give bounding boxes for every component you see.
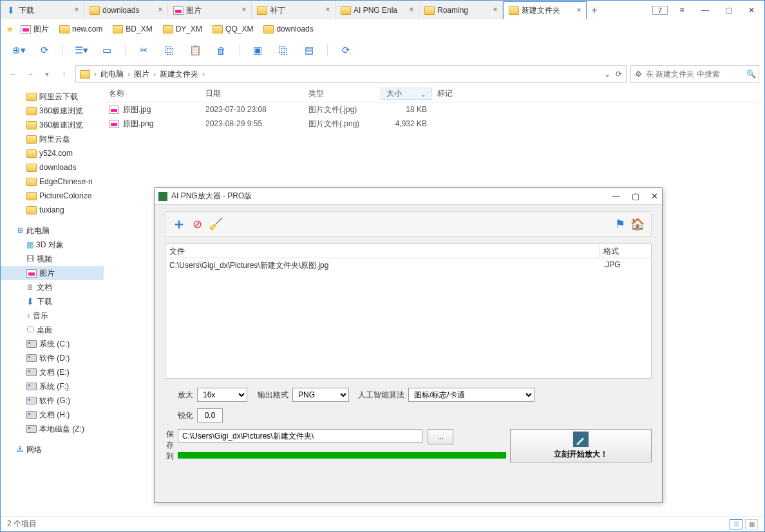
tree-item[interactable]: 🖵桌面 xyxy=(1,323,104,337)
view-icons-button[interactable]: ▦ xyxy=(745,519,758,529)
tree-item[interactable]: 360极速浏览 xyxy=(1,118,104,132)
bookmark-qqxm[interactable]: QQ_XM xyxy=(209,23,257,35)
bookmark-bdxm[interactable]: BD_XM xyxy=(109,23,156,35)
refresh-icon[interactable]: ⟳ xyxy=(616,70,622,79)
copy-button[interactable]: ⿻ xyxy=(159,41,180,59)
bookmark-downloads[interactable]: downloads xyxy=(260,23,317,35)
minimize-button[interactable]: — xyxy=(696,3,714,17)
tree-item[interactable]: EdgeChinese-n xyxy=(1,175,104,189)
panel-button[interactable]: ▭ xyxy=(97,41,117,59)
tree-item[interactable]: downloads xyxy=(1,160,104,175)
list-col-format[interactable]: 格式 xyxy=(600,244,651,258)
close-icon[interactable]: × xyxy=(72,6,81,15)
tree-item[interactable]: 文档 (E:) xyxy=(1,365,104,379)
gear-icon[interactable]: ⚙ xyxy=(635,70,642,79)
tree-item[interactable]: 系统 (C:) xyxy=(1,337,104,351)
col-date[interactable]: 日期 xyxy=(200,88,303,99)
crop-button[interactable]: ⿻ xyxy=(273,41,294,59)
tab-patch[interactable]: 补丁× xyxy=(252,1,335,19)
tab-roaming[interactable]: Roaming× xyxy=(419,1,503,19)
tree-item[interactable]: 软件 (D:) xyxy=(1,351,104,365)
tree-this-pc[interactable]: 🖥此电脑 xyxy=(1,223,104,238)
tree-item[interactable]: 本地磁盘 (Z:) xyxy=(1,422,104,436)
tree-item[interactable]: 360极速浏览 xyxy=(1,104,104,118)
tab-pictures[interactable]: 图片× xyxy=(168,1,252,19)
maximize-button[interactable]: ▢ xyxy=(719,3,737,17)
breadcrumb-item[interactable]: 此电脑 xyxy=(100,69,124,80)
dropdown-button[interactable]: ▾ xyxy=(39,66,55,82)
saveto-input[interactable] xyxy=(178,429,422,443)
bookmark-newcom[interactable]: new.com xyxy=(55,23,106,35)
output-format-select[interactable]: PNG xyxy=(292,388,349,402)
home-icon[interactable]: 🏠 xyxy=(630,217,645,231)
col-name[interactable]: 名称 xyxy=(104,88,200,99)
menu-icon[interactable]: ≡ xyxy=(673,3,691,17)
close-icon[interactable]: × xyxy=(323,6,332,15)
tree-item[interactable]: ♪音乐 xyxy=(1,309,104,323)
flag-icon[interactable]: ⚑ xyxy=(615,217,625,231)
close-button[interactable]: ✕ xyxy=(651,191,658,201)
tree-item[interactable]: 阿里云下载 xyxy=(1,90,104,104)
tab-newfolder[interactable]: 新建文件夹× xyxy=(503,1,587,19)
add-tab-button[interactable]: + xyxy=(587,5,602,16)
close-icon[interactable]: × xyxy=(407,6,416,15)
file-row[interactable]: 原图.png 2023-08-29 9:55 图片文件(.png) 4,932 … xyxy=(104,117,764,131)
tab-downloads-cn[interactable]: ⬇下载× xyxy=(1,1,84,19)
close-button[interactable]: ✕ xyxy=(742,3,760,17)
address-bar[interactable]: › 此电脑 › 图片 › 新建文件夹 › ⌄⟳ xyxy=(75,65,627,83)
up-button[interactable]: ↑ xyxy=(56,66,71,82)
history-button[interactable]: ⟳ xyxy=(34,41,55,59)
search-box[interactable]: ⚙ 🔍 xyxy=(630,65,759,83)
minimize-button[interactable]: — xyxy=(612,191,620,201)
new-button[interactable]: ⊕▾ xyxy=(8,41,29,59)
algorithm-select[interactable]: 图标/标志/卡通 xyxy=(408,388,534,402)
enlarge-select[interactable]: 16x xyxy=(197,388,247,402)
tree-item[interactable]: y524.com xyxy=(1,146,104,160)
list-row[interactable]: C:\Users\Gigi_dx\Pictures\新建文件夹\原图.jpg .… xyxy=(165,258,651,273)
search-icon[interactable]: 🔍 xyxy=(746,70,756,79)
tree-network[interactable]: 🖧网络 xyxy=(1,442,104,457)
refresh-button[interactable]: ⟳ xyxy=(335,41,356,59)
maximize-button[interactable]: ▢ xyxy=(632,191,639,201)
start-enlarge-button[interactable]: 立刻开始放大！ xyxy=(510,429,652,462)
tree-item[interactable]: PictureColorize xyxy=(1,189,104,203)
tree-item[interactable]: ⬇下载 xyxy=(1,294,104,309)
chevron-down-icon[interactable]: ⌄ xyxy=(604,70,610,79)
add-button[interactable]: ＋ xyxy=(172,214,186,234)
bookmark-dyxm[interactable]: DY_XM xyxy=(159,23,206,35)
browse-button[interactable]: ... xyxy=(428,429,453,444)
list-button[interactable]: ☰▾ xyxy=(71,41,91,59)
close-icon[interactable]: × xyxy=(240,6,249,15)
dialog-titlebar[interactable]: AI PNG放大器 - PRO版 — ▢ ✕ xyxy=(155,188,662,205)
close-icon[interactable]: × xyxy=(491,6,500,15)
view-details-button[interactable]: ☰ xyxy=(730,519,742,529)
star-icon[interactable]: ★ xyxy=(6,24,14,34)
col-tag[interactable]: 标记 xyxy=(432,88,484,99)
breadcrumb-item[interactable]: 图片 xyxy=(134,69,149,80)
tree-item[interactable]: ▦3D 对象 xyxy=(1,238,104,252)
col-size[interactable]: 大小⌄ xyxy=(381,88,432,100)
tree-item[interactable]: 🗎文档 xyxy=(1,280,104,294)
tree-item[interactable]: tuxiang xyxy=(1,203,104,217)
tree-item[interactable]: 文档 (H:) xyxy=(1,408,104,422)
close-icon[interactable]: × xyxy=(156,6,165,15)
tab-aipng[interactable]: AI PNG Enla× xyxy=(335,1,419,19)
tab-downloads-en[interactable]: downloads× xyxy=(84,1,168,19)
bookmark-pictures[interactable]: 图片 xyxy=(17,23,53,36)
remove-button[interactable]: ⊘ xyxy=(193,217,202,231)
delete-button[interactable]: 🗑 xyxy=(211,41,231,59)
close-icon[interactable]: × xyxy=(574,6,583,15)
move-button[interactable]: ▣ xyxy=(247,41,268,59)
file-row[interactable]: 原图.jpg 2023-07-30 23:08 图片文件(.jpg) 18 KB xyxy=(104,102,764,117)
back-button[interactable]: ← xyxy=(6,66,21,82)
tree-item[interactable]: 系统 (F:) xyxy=(1,379,104,394)
tree-item[interactable]: 阿里云盘 xyxy=(1,132,104,146)
search-input[interactable] xyxy=(646,70,742,79)
clear-button[interactable]: 🧹 xyxy=(209,217,223,231)
paste-button[interactable]: 📋 xyxy=(185,41,205,59)
tree-item[interactable]: 🎞视频 xyxy=(1,252,104,266)
list-col-file[interactable]: 文件 xyxy=(165,244,600,258)
sharpen-input[interactable] xyxy=(197,408,223,423)
breadcrumb-item[interactable]: 新建文件夹 xyxy=(160,69,198,80)
col-type[interactable]: 类型 xyxy=(303,88,381,99)
